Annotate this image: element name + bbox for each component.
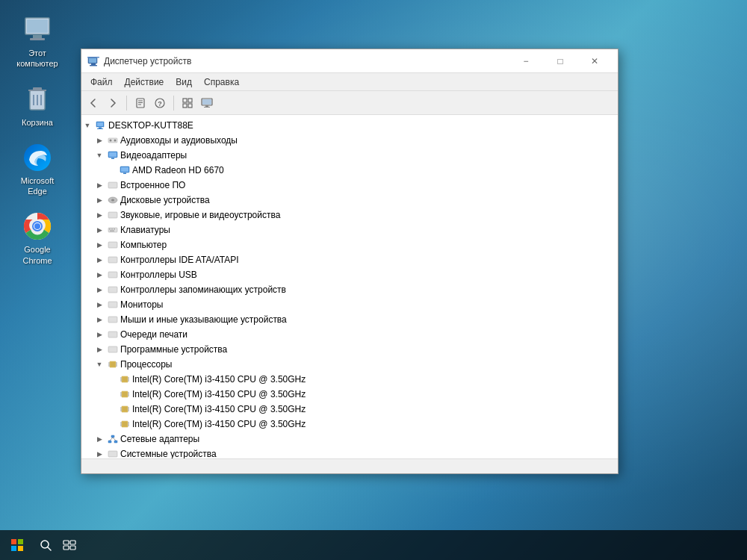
tree-item-print-queues[interactable]: ▶Очереди печати — [81, 327, 618, 342]
svg-rect-60 — [108, 302, 117, 308]
svg-rect-81 — [123, 392, 127, 396]
desktop-icon-edge[interactable]: Microsoft Edge — [11, 143, 63, 197]
tree-label-processors: Процессоры — [120, 359, 173, 370]
menu-action[interactable]: Действие — [119, 74, 170, 90]
svg-rect-114 — [18, 546, 23, 551]
menu-help[interactable]: Справка — [198, 74, 245, 90]
desktop-icon-recycle[interactable]: Корзина — [11, 84, 63, 128]
svg-rect-120 — [70, 546, 75, 550]
svg-rect-37 — [97, 128, 103, 129]
toolbar-monitor[interactable] — [198, 94, 216, 112]
toolbar-help[interactable]: ? — [151, 94, 169, 112]
svg-line-116 — [48, 547, 51, 550]
tree-icon-sound — [107, 209, 119, 221]
tree-item-ide-ctrl[interactable]: ▶Контроллеры IDE ATA/ATAPI — [81, 252, 618, 267]
statusbar — [81, 458, 618, 473]
tree-expand-processors[interactable]: ▼ — [93, 358, 105, 370]
toolbar-back[interactable] — [84, 94, 102, 112]
tree-item-firmware[interactable]: ▶Встроенное ПО — [81, 178, 618, 193]
tree-item-net-adapters[interactable]: ▶Сетевые адаптеры — [81, 432, 618, 447]
svg-rect-113 — [11, 546, 16, 551]
tree-item-disk-drives[interactable]: ▶Дисковые устройства — [81, 193, 618, 208]
tree-item-processors[interactable]: ▼ Процессоры — [81, 357, 618, 372]
tree-icon-monitor — [107, 299, 119, 311]
svg-line-107 — [110, 438, 113, 441]
close-button[interactable]: ✕ — [577, 49, 612, 73]
tree-expand-ide-ctrl[interactable]: ▶ — [93, 254, 105, 266]
tree-label-cpu1: Intel(R) Core(TM) i3-4150 CPU @ 3.50GHz — [132, 374, 306, 385]
tree-item-cpu1[interactable]: Intel(R) Core(TM) i3-4150 CPU @ 3.50GHz — [81, 372, 618, 387]
toolbar-forward[interactable] — [104, 94, 122, 112]
tree-item-sw-devices[interactable]: ▶Программные устройства — [81, 342, 618, 357]
tree-item-cpu2[interactable]: Intel(R) Core(TM) i3-4150 CPU @ 3.50GHz — [81, 387, 618, 402]
minimize-button[interactable]: − — [509, 49, 543, 73]
tree-item-computer[interactable]: ▶Компьютер — [81, 237, 618, 252]
tree-item-audio[interactable]: ▶ Аудиовходы и аудиовыходы — [81, 133, 618, 148]
tree-item-keyboards[interactable]: ▶Клавиатуры — [81, 223, 618, 237]
tree-expand-root[interactable]: ▼ — [81, 119, 93, 131]
svg-rect-3 — [30, 38, 45, 40]
tree-expand-monitors[interactable]: ▶ — [93, 299, 105, 311]
svg-rect-29 — [188, 104, 192, 108]
svg-rect-105 — [108, 441, 111, 443]
svg-point-40 — [114, 140, 117, 142]
chrome-icon-img — [22, 211, 52, 241]
toolbar: ? — [81, 91, 618, 115]
toolbar-properties[interactable] — [131, 94, 149, 112]
svg-rect-2 — [33, 35, 42, 38]
tree-expand-mice[interactable]: ▶ — [93, 314, 105, 326]
start-button[interactable] — [4, 533, 31, 557]
tree-label-usb-ctrl: Контроллеры USB — [120, 270, 197, 280]
tree-expand-computer[interactable]: ▶ — [93, 239, 105, 251]
tree-expand-print-queues[interactable]: ▶ — [93, 329, 105, 340]
desktop-icon-chrome[interactable]: Google Chrome — [11, 211, 63, 266]
svg-rect-47 — [108, 182, 117, 188]
tree-item-mice[interactable]: ▶Мыши и иные указывающие устройства — [81, 312, 618, 327]
tree-expand-net-adapters[interactable]: ▶ — [93, 433, 105, 445]
tree-expand-firmware[interactable]: ▶ — [93, 179, 105, 191]
tree-expand-audio[interactable]: ▶ — [93, 134, 105, 146]
tree-item-storage-ctrl[interactable]: ▶Контроллеры запоминающих устройств — [81, 282, 618, 297]
tree-item-cpu3[interactable]: Intel(R) Core(TM) i3-4150 CPU @ 3.50GHz — [81, 402, 618, 417]
tree-item-usb-ctrl[interactable]: ▶Контроллеры USB — [81, 267, 618, 282]
tree-icon-display — [107, 149, 119, 161]
tree-expand-video-adapters[interactable]: ▼ — [93, 149, 105, 161]
tree-expand-keyboards[interactable]: ▶ — [93, 224, 105, 236]
toolbar-toggle-view[interactable] — [179, 94, 196, 112]
tree-label-computer: Компьютер — [120, 240, 167, 250]
tree-icon-audio — [107, 134, 119, 146]
tree-item-sound-game[interactable]: ▶Звуковые, игровые и видеоустройства — [81, 208, 618, 223]
device-tree[interactable]: ▼ DESKTOP-KUTT88E▶ Аудиовходы и аудиовых… — [81, 115, 618, 458]
tree-expand-sw-devices[interactable]: ▶ — [93, 343, 105, 355]
svg-rect-57 — [108, 257, 117, 263]
tree-no-expand — [105, 373, 117, 385]
tree-item-video-adapters[interactable]: ▼ Видеоадаптеры — [81, 148, 618, 163]
desktop-icon-computer[interactable]: Этот компьютер — [11, 15, 63, 69]
tree-item-root[interactable]: ▼ DESKTOP-KUTT88E — [81, 118, 618, 133]
menu-file[interactable]: Файл — [84, 74, 119, 90]
tree-icon-keyboard — [107, 224, 119, 236]
svg-rect-119 — [63, 546, 69, 550]
tree-icon-network — [107, 433, 119, 445]
tree-expand-disk-drives[interactable]: ▶ — [93, 194, 105, 206]
tree-icon-cpu-sm — [119, 403, 131, 415]
tree-expand-sound-game[interactable]: ▶ — [93, 209, 105, 221]
recycle-icon-label: Корзина — [22, 117, 53, 128]
tree-label-monitors: Мониторы — [120, 299, 163, 310]
tree-item-amd-radeon[interactable]: AMD Radeon HD 6670 — [81, 163, 618, 178]
tree-expand-usb-ctrl[interactable]: ▶ — [93, 269, 105, 281]
search-button[interactable] — [34, 534, 58, 556]
tree-item-monitors[interactable]: ▶Мониторы — [81, 297, 618, 312]
toolbar-sep-1 — [126, 96, 127, 111]
maximize-button[interactable]: □ — [543, 49, 577, 73]
tree-item-sys-devices[interactable]: ▶Системные устройства — [81, 447, 618, 458]
task-view-button[interactable] — [58, 534, 81, 556]
tree-expand-sys-devices[interactable]: ▶ — [93, 448, 105, 458]
svg-rect-62 — [108, 332, 117, 337]
taskbar — [0, 530, 747, 560]
menu-view[interactable]: Вид — [170, 74, 198, 90]
tree-item-cpu4[interactable]: Intel(R) Core(TM) i3-4150 CPU @ 3.50GHz — [81, 417, 618, 432]
window-title-text: Диспетчер устройств — [104, 56, 509, 66]
tree-expand-storage-ctrl[interactable]: ▶ — [93, 284, 105, 296]
tree-no-expand — [105, 403, 117, 415]
